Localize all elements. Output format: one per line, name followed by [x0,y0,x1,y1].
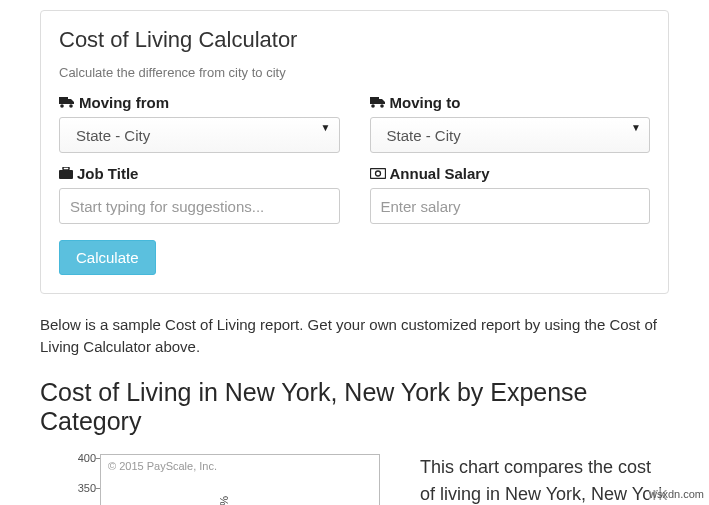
watermark: wsxdn.com [649,488,704,500]
svg-rect-8 [370,169,385,179]
moving-from-select[interactable]: State - City ▼ [59,117,340,153]
calculator-panel: Cost of Living Calculator Calculate the … [40,10,669,294]
moving-to-label: Moving to [370,94,651,111]
annual-salary-label: Annual Salary [370,165,651,182]
location-row: Moving from State - City ▼ Moving to Sta… [59,94,650,153]
moving-from-label: Moving from [59,94,340,111]
y-tick: 400 [70,454,96,464]
chart-copyright: © 2015 PayScale, Inc. [108,460,217,472]
calculate-button[interactable]: Calculate [59,240,156,275]
job-title-input[interactable] [59,188,340,224]
svg-rect-6 [63,167,69,170]
y-tick: 350 [70,482,96,494]
svg-rect-7 [59,170,73,179]
svg-rect-0 [59,97,68,104]
svg-rect-3 [370,97,379,104]
chart-description: This chart compares the cost of living i… [420,454,669,506]
chevron-down-icon: ▼ [321,122,331,133]
chart-area: 400 350 300 © 2015 PayScale, Inc. 130% [40,454,380,506]
calculator-title: Cost of Living Calculator [59,27,650,53]
chart-row: 400 350 300 © 2015 PayScale, Inc. 130% T… [40,454,669,506]
money-icon [370,165,386,182]
briefcase-icon [59,165,73,182]
svg-point-2 [69,104,73,108]
sample-report-text: Below is a sample Cost of Living report.… [40,314,669,358]
bar-value-label: 130% [218,495,230,505]
svg-point-4 [371,104,375,108]
job-salary-row: Job Title Annual Salary [59,165,650,224]
truck-icon [59,94,75,111]
truck-icon [370,94,386,111]
svg-point-5 [380,104,384,108]
job-title-label: Job Title [59,165,340,182]
annual-salary-input[interactable] [370,188,651,224]
calculator-subtitle: Calculate the difference from city to ci… [59,65,650,80]
svg-point-9 [375,171,380,176]
moving-to-select[interactable]: State - City ▼ [370,117,651,153]
chart-title: Cost of Living in New York, New York by … [40,378,669,436]
svg-point-1 [60,104,64,108]
chevron-down-icon: ▼ [631,122,641,133]
